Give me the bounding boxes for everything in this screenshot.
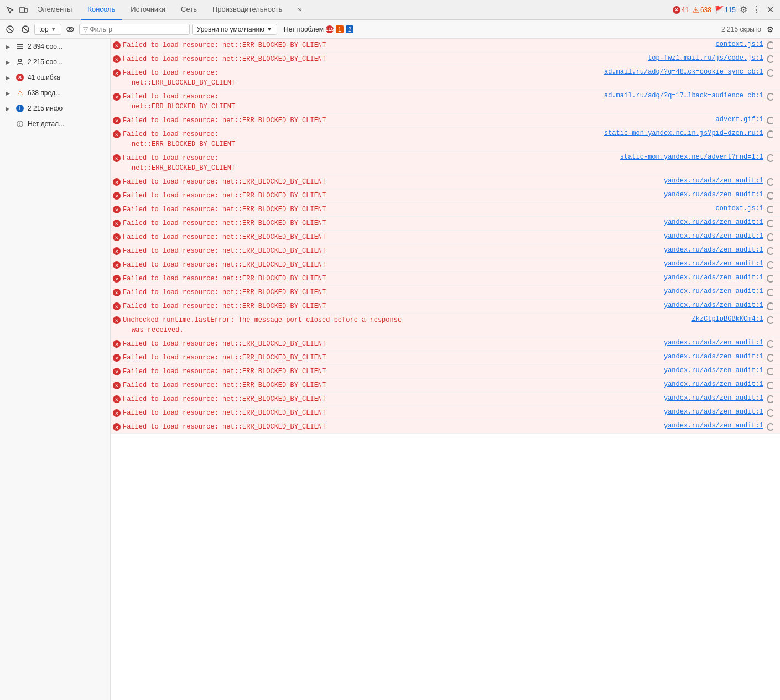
reload-icon[interactable] xyxy=(766,408,776,418)
tab-performance[interactable]: Производительность xyxy=(206,0,289,20)
filter-input[interactable] xyxy=(90,25,173,33)
error-icon: ✕ xyxy=(113,117,121,124)
tab-more[interactable]: » xyxy=(291,0,308,20)
reload-icon[interactable] xyxy=(766,394,776,404)
reload-icon[interactable] xyxy=(766,422,776,432)
error-icon: ✕ xyxy=(113,178,121,186)
badge-group: ✕ 41 ⚠ 638 🚩 115 xyxy=(673,6,736,14)
reload-icon[interactable] xyxy=(766,301,776,311)
reload-icon[interactable] xyxy=(766,153,776,163)
sidebar-item-all[interactable]: ▶ 2 894 соо... xyxy=(0,39,110,54)
reload-icon[interactable] xyxy=(766,260,776,270)
tab-network[interactable]: Сеть xyxy=(174,0,204,20)
sidebar-item-info[interactable]: ▶ i 2 215 инфо xyxy=(0,101,110,116)
error-row-icon: ✕ xyxy=(113,315,123,324)
reload-icon[interactable] xyxy=(766,40,776,50)
reload-icon[interactable] xyxy=(766,54,776,64)
settings-icon[interactable]: ⚙ xyxy=(738,4,749,15)
log-source-link[interactable]: yandex.ru/ads/zen_audit:1 xyxy=(664,232,763,240)
tab-sources[interactable]: Источники xyxy=(124,0,172,20)
reload-icon[interactable] xyxy=(766,315,776,325)
reload-icon[interactable] xyxy=(766,274,776,284)
sidebar: ▶ 2 894 соо... ▶ 2 215 соо... xyxy=(0,39,111,700)
reload-icon[interactable] xyxy=(766,367,776,377)
log-source-link[interactable]: yandex.ru/ads/zen_audit:1 xyxy=(664,218,763,226)
log-source-link[interactable]: ad.mail.ru/adq/?q=48…ck=cookie_sync_cb:1 xyxy=(604,68,763,76)
log-source-link[interactable]: static-mon.yandex.net/advert?rnd=1:1 xyxy=(620,153,763,161)
log-source-link[interactable]: context.js:1 xyxy=(716,40,763,48)
log-source-link[interactable]: yandex.ru/ads/zen_audit:1 xyxy=(664,177,763,185)
tab-elements[interactable]: Элементы xyxy=(31,0,79,20)
context-arrow-icon: ▼ xyxy=(51,26,56,32)
log-source-link[interactable]: yandex.ru/ads/zen_audit:1 xyxy=(664,246,763,254)
log-source-link[interactable]: context.js:1 xyxy=(716,205,763,212)
log-message-text: Failed to load resource: net::ERR_BLOCKE… xyxy=(123,40,711,50)
reload-icon[interactable] xyxy=(766,232,776,242)
error-row-icon: ✕ xyxy=(113,191,123,200)
reload-icon[interactable] xyxy=(766,68,776,78)
tab-console[interactable]: Консоль xyxy=(81,0,122,20)
log-source-link[interactable]: yandex.ru/ads/zen_audit:1 xyxy=(664,380,763,388)
eye-icon[interactable] xyxy=(64,23,77,36)
console-settings-icon[interactable]: ⚙ xyxy=(763,23,777,36)
error-icon: ✕ xyxy=(113,154,121,162)
error-badge: ✕ 41 xyxy=(673,6,689,14)
reload-icon[interactable] xyxy=(766,205,776,215)
sidebar-item-errors[interactable]: ▶ ✕ 41 ошибка xyxy=(0,70,110,85)
error-icon: ✕ xyxy=(113,368,121,375)
reload-icon[interactable] xyxy=(766,353,776,363)
context-selector[interactable]: top ▼ xyxy=(34,24,61,35)
reload-icon[interactable] xyxy=(766,92,776,102)
reload-icon[interactable] xyxy=(766,339,776,349)
log-source-link[interactable]: yandex.ru/ads/zen_audit:1 xyxy=(664,422,763,430)
sidebar-item-user[interactable]: ▶ 2 215 соо... xyxy=(0,54,110,70)
error-icon: ✕ xyxy=(113,220,121,227)
log-source-link[interactable]: yandex.ru/ads/zen_audit:1 xyxy=(664,339,763,347)
log-source-link[interactable]: top-fwz1.mail.ru/js/code.js:1 xyxy=(648,54,763,62)
more-options-icon[interactable]: ⋮ xyxy=(751,4,762,15)
table-row: ✕Failed to load resource: net::ERR_BLOCK… xyxy=(111,39,780,53)
log-source-link[interactable]: yandex.ru/ads/zen_audit:1 xyxy=(664,408,763,416)
close-icon[interactable]: ✕ xyxy=(765,4,776,15)
log-source-link[interactable]: yandex.ru/ads/zen_audit:1 xyxy=(664,260,763,268)
log-source-link[interactable]: yandex.ru/ads/zen_audit:1 xyxy=(664,274,763,281)
reload-icon[interactable] xyxy=(766,129,776,139)
levels-selector[interactable]: Уровни по умолчанию ▼ xyxy=(192,24,277,35)
table-row: ✕Failed to load resource: net::ERR_BLOCK… xyxy=(111,337,780,351)
log-source-link[interactable]: ZkzCtp1pBGBkKCm4:1 xyxy=(691,315,763,323)
log-source-link[interactable]: static-mon.yandex.ne…in.js?pid=dzen.ru:1 xyxy=(604,129,763,137)
log-source-link[interactable]: yandex.ru/ads/zen_audit:1 xyxy=(664,394,763,402)
reload-icon[interactable] xyxy=(766,191,776,201)
log-message-text: Unchecked runtime.lastError: The message… xyxy=(123,315,687,335)
reload-icon[interactable] xyxy=(766,288,776,297)
table-row: ✕Failed to load resource: net::ERR_BLOCK… xyxy=(111,379,780,393)
log-message-text: Failed to load resource: net::ERR_BLOCKE… xyxy=(123,288,659,297)
error-icon: ✕ xyxy=(113,289,121,296)
sidebar-item-verbose[interactable]: Нет детал... xyxy=(0,116,110,132)
log-source-link[interactable]: yandex.ru/ads/zen_audit:1 xyxy=(664,191,763,198)
block-icon[interactable] xyxy=(19,23,32,36)
sidebar-all-label: 2 894 соо... xyxy=(28,43,105,50)
log-source-link[interactable]: ad.mail.ru/adq/?q=17…lback=audience_cb:1 xyxy=(604,92,763,100)
clear-console-button[interactable] xyxy=(3,23,17,36)
log-source-link[interactable]: yandex.ru/ads/zen_audit:1 xyxy=(664,367,763,374)
reload-icon[interactable] xyxy=(766,246,776,256)
reload-icon[interactable] xyxy=(766,177,776,187)
reload-icon[interactable] xyxy=(766,218,776,228)
log-message-text: Failed to load resource: net::ERR_BLOCKE… xyxy=(123,177,659,187)
reload-icon[interactable] xyxy=(766,380,776,390)
error-row-icon: ✕ xyxy=(113,353,123,362)
log-source-link[interactable]: yandex.ru/ads/zen_audit:1 xyxy=(664,353,763,361)
device-toolbar-icon[interactable] xyxy=(18,4,29,15)
flag-badge: 🚩 115 xyxy=(715,6,736,14)
table-row: ✕Failed to load resource:net::ERR_BLOCKE… xyxy=(111,152,780,175)
log-source-link[interactable]: advert.gif:1 xyxy=(716,116,763,123)
inspect-icon[interactable] xyxy=(4,4,15,15)
reload-icon[interactable] xyxy=(766,116,776,126)
log-source-link[interactable]: yandex.ru/ads/zen_audit:1 xyxy=(664,301,763,309)
sidebar-item-warnings[interactable]: ▶ ⚠ 638 пред... xyxy=(0,85,110,101)
error-icon: ✕ xyxy=(113,354,121,362)
table-row: ✕Failed to load resource:net::ERR_BLOCKE… xyxy=(111,128,780,152)
log-message-text: Failed to load resource: net::ERR_BLOCKE… xyxy=(123,116,711,126)
log-source-link[interactable]: yandex.ru/ads/zen_audit:1 xyxy=(664,288,763,295)
